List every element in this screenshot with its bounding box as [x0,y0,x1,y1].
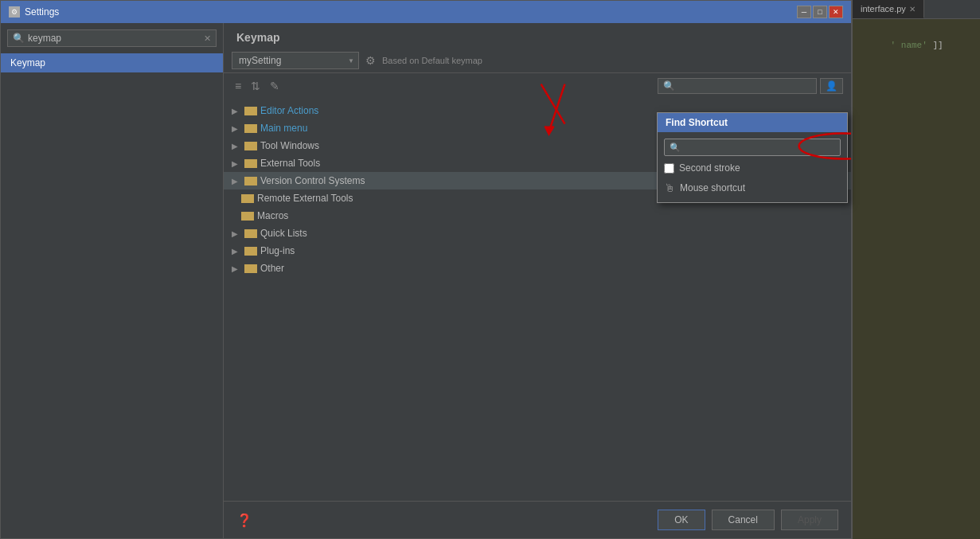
sidebar-search-box: 🔍 ✕ [1,23,223,53]
search-filter-wrapper: 🔍 👤 [658,78,843,94]
expand-all-button[interactable]: ≡ [232,78,244,94]
folder-icon [244,159,257,168]
tree-label-quick-lists: Quick Lists [260,228,307,239]
tree-arrow-icon: ▶ [232,264,241,273]
popup-mouse-option[interactable]: 🖱 Mouse shortcut [664,180,841,196]
panel-header: Keymap [224,23,851,49]
footer-left: ❓ [236,510,651,530]
folder-icon [244,124,257,133]
tree-label-editor-actions: Editor Actions [260,105,318,116]
sidebar-item-label: Keymap [10,57,45,68]
based-on-label: Based on Default keymap [382,56,482,65]
filter-button[interactable]: ⇅ [248,78,264,94]
tree-arrow-icon: ▶ [232,124,241,133]
close-button[interactable]: ✕ [829,6,843,18]
sidebar-search-input[interactable] [28,33,201,44]
minimize-button[interactable]: ─ [797,6,811,18]
search-clear-icon[interactable]: ✕ [204,33,211,44]
folder-icon [244,142,257,150]
code-tab-close-icon[interactable]: ✕ [909,5,916,14]
filter-icon: ⇅ [251,80,260,92]
code-tab-label: interface.py [861,4,906,14]
sidebar-search-wrapper[interactable]: 🔍 ✕ [7,29,217,47]
tree-label-tool-windows: Tool Windows [260,140,319,151]
mouse-icon: 🖱 [664,182,675,194]
tree-label-plug-ins: Plug-ins [260,245,295,256]
window-title: Settings [25,6,59,18]
action-toolbar: ≡ ⇅ ✎ 🔍 👤 [224,73,851,99]
panel-title: Keymap [236,31,279,44]
tree-arrow-icon: ▶ [232,229,241,238]
tree-label-remote-external: Remote External Tools [257,193,353,204]
dialog-footer: ❓ OK Cancel Apply [224,501,851,538]
tree-item-quick-lists[interactable]: ▶ Quick Lists [224,225,851,242]
tree-arrow-icon: ▶ [232,142,241,150]
code-tab-interface[interactable]: interface.py ✕ [853,0,924,18]
tree-item-macros[interactable]: Macros [224,207,851,225]
avatar-button[interactable]: 👤 [820,78,843,94]
code-bracket: ]] [927,41,943,50]
code-content: ' name' ]] [853,19,980,539]
tree-label-macros: Macros [257,210,288,221]
mouse-shortcut-label: Mouse shortcut [680,182,745,193]
filter-input[interactable] [678,80,811,92]
folder-icon [244,107,257,115]
ok-button[interactable]: OK [658,510,705,530]
folder-icon [244,247,257,256]
keymap-dropdown-wrapper[interactable]: mySetting ▼ [232,52,359,69]
search-icon: 🔍 [13,33,25,44]
code-panel: interface.py ✕ ' name' ]] [852,0,980,539]
folder-icon [244,229,257,238]
tree-label-version-control: Version Control Systems [260,175,365,186]
help-icon[interactable]: ❓ [236,513,252,528]
tree-arrow-icon: ▶ [232,247,241,256]
keymap-selector-row: mySetting ▼ ⚙ Based on Default keymap [224,49,851,73]
expand-all-icon: ≡ [235,80,241,92]
avatar-icon: 👤 [826,80,837,92]
find-shortcut-popup: Find Shortcut 🔍 Second stroke 🖱 Mouse sh… [657,112,848,203]
apply-button[interactable]: Apply [781,510,838,530]
popup-content: 🔍 Second stroke 🖱 Mouse shortcut [658,132,847,202]
tree-label-external-tools: External Tools [260,158,320,169]
popup-title: Find Shortcut [666,117,728,128]
sidebar-items: Keymap [1,53,223,538]
popup-search-icon: 🔍 [670,143,681,153]
app-icon: ⚙ [9,6,20,18]
code-tab-bar: interface.py ✕ [853,0,980,19]
popup-search-input[interactable] [684,142,835,153]
tree-arrow-icon: ▶ [232,159,241,168]
keymap-dropdown[interactable]: mySetting [232,52,359,69]
sidebar: 🔍 ✕ Keymap [1,23,224,538]
edit-icon: ✎ [270,80,279,92]
tree-arrow-icon: ▶ [232,177,241,186]
tree-label-main-menu: Main menu [260,123,307,134]
sidebar-item-keymap[interactable]: Keymap [1,53,223,72]
filter-search-icon: 🔍 [663,80,675,92]
filter-input-wrapper[interactable]: 🔍 [658,78,817,94]
edit-button[interactable]: ✎ [267,78,283,94]
tree-item-other[interactable]: ▶ Other [224,260,851,277]
popup-search-wrapper[interactable]: 🔍 [664,139,841,156]
second-stroke-checkbox[interactable] [664,163,674,174]
cancel-button[interactable]: Cancel [712,510,775,530]
folder-icon [241,194,254,203]
main-panel: Keymap mySetting ▼ ⚙ Based on Default ke… [224,23,851,538]
tree-item-plug-ins[interactable]: ▶ Plug-ins [224,242,851,260]
tree-arrow-icon: ▶ [232,107,241,115]
folder-icon [241,212,254,221]
code-string: ' name' [891,41,927,50]
folder-icon [244,177,257,186]
tree-label-other: Other [260,263,284,274]
folder-icon [244,264,257,273]
maximize-button[interactable]: □ [813,6,827,18]
gear-button[interactable]: ⚙ [362,53,379,68]
title-bar-controls: ─ □ ✕ [797,6,843,18]
popup-header: Find Shortcut [658,113,847,132]
code-line: ' name' ]] [859,25,974,65]
second-stroke-label: Second stroke [679,162,740,174]
title-bar: ⚙ Settings ─ □ ✕ [1,1,851,23]
popup-second-stroke-option[interactable]: Second stroke [664,162,841,174]
